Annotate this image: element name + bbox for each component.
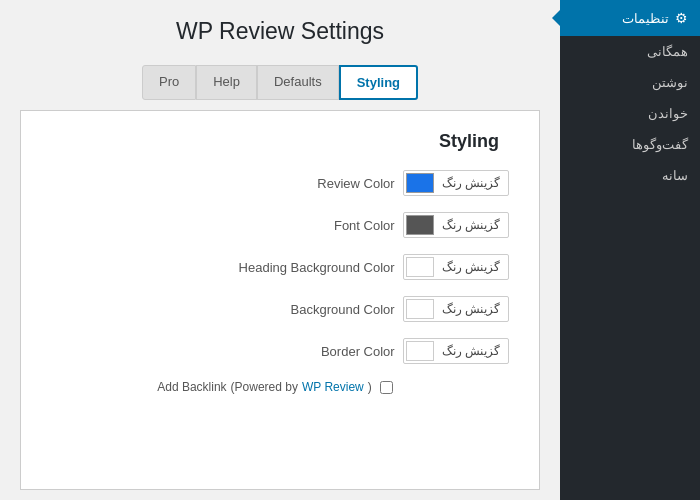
nav-tabs: Pro Help Defaults Styling	[0, 55, 560, 100]
wp-review-link[interactable]: WP Review	[302, 380, 364, 394]
right-sidebar: ⚙ تنظیمات همگانی نوشتن خواندن گفت‌وگوها …	[560, 0, 700, 500]
review-color-btn-text: گزینش رنگ	[438, 175, 504, 191]
setting-row-heading-bg-color: Heading Background Color گزینش رنگ	[41, 254, 509, 280]
setting-row-border-color: Border Color گزینش رنگ	[41, 338, 509, 364]
tab-pro[interactable]: Pro	[142, 65, 196, 100]
settings-icon: ⚙	[675, 10, 688, 26]
sidebar-item-سانه[interactable]: سانه	[560, 160, 700, 191]
border-color-label: Border Color	[315, 344, 395, 359]
font-color-label: Font Color	[315, 218, 395, 233]
tab-help[interactable]: Help	[196, 65, 257, 100]
tab-styling[interactable]: Styling	[339, 65, 418, 100]
sidebar-item-نوشتن[interactable]: نوشتن	[560, 67, 700, 98]
background-color-label: Background Color	[291, 302, 395, 317]
sidebar-active-section: ⚙ تنظیمات	[560, 0, 700, 36]
sidebar-arrow-icon	[552, 10, 560, 26]
border-color-btn-text: گزینش رنگ	[438, 343, 504, 359]
setting-row-background-color: Background Color گزینش رنگ	[41, 296, 509, 322]
sidebar-item-خواندن[interactable]: خواندن	[560, 98, 700, 129]
add-backlink-checkbox[interactable]	[380, 381, 393, 394]
panel-title: Styling	[41, 131, 509, 152]
tab-panel-styling: Styling Review Color گزینش رنگ Font Colo…	[20, 110, 540, 490]
setting-row-font-color: Font Color گزینش رنگ	[41, 212, 509, 238]
border-color-swatch	[406, 341, 434, 361]
sidebar-item-همگانی[interactable]: همگانی	[560, 36, 700, 67]
background-color-picker[interactable]: گزینش رنگ	[403, 296, 509, 322]
heading-bg-color-label: Heading Background Color	[239, 260, 395, 275]
review-color-picker[interactable]: گزینش رنگ	[403, 170, 509, 196]
sidebar-item-گفتوگوها[interactable]: گفت‌وگوها	[560, 129, 700, 160]
border-color-picker[interactable]: گزینش رنگ	[403, 338, 509, 364]
add-backlink-suffix: )	[368, 380, 372, 394]
setting-row-review-color: Review Color گزینش رنگ	[41, 170, 509, 196]
font-color-btn-text: گزینش رنگ	[438, 217, 504, 233]
page-title: WP Review Settings	[0, 0, 560, 55]
add-backlink-row: Add Backlink (Powered by WP Review )	[41, 380, 509, 394]
review-color-label: Review Color	[315, 176, 395, 191]
add-backlink-text: Add Backlink	[157, 380, 226, 394]
tab-defaults[interactable]: Defaults	[257, 65, 339, 100]
font-color-picker[interactable]: گزینش رنگ	[403, 212, 509, 238]
background-color-swatch	[406, 299, 434, 319]
background-color-btn-text: گزینش رنگ	[438, 301, 504, 317]
main-content: WP Review Settings Pro Help Defaults Sty…	[0, 0, 560, 500]
sidebar-active-label: تنظیمات	[622, 11, 669, 26]
heading-bg-color-picker[interactable]: گزینش رنگ	[403, 254, 509, 280]
font-color-swatch	[406, 215, 434, 235]
add-backlink-label: (Powered by	[231, 380, 298, 394]
heading-bg-color-swatch	[406, 257, 434, 277]
heading-bg-color-btn-text: گزینش رنگ	[438, 259, 504, 275]
sidebar-active-item[interactable]: ⚙ تنظیمات	[560, 0, 700, 36]
review-color-swatch	[406, 173, 434, 193]
